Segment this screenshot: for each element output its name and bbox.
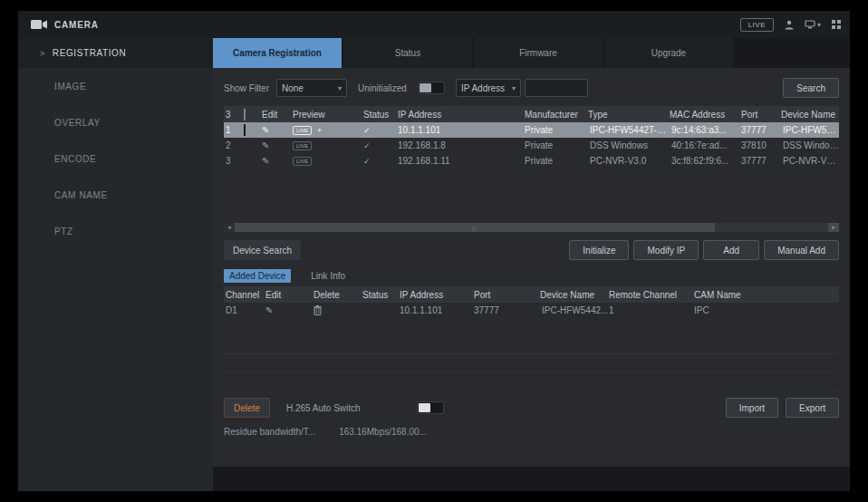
sidebar-item-label: OVERLAY [54, 118, 101, 128]
sidebar-item-label: IMAGE [54, 82, 86, 92]
app-window: CAMERA LIVE ▾ > REGISTRATION IMAGE OVERL… [18, 11, 850, 491]
cell-type: PC-NVR-V3.0 [588, 156, 670, 166]
cell-port: 37777 [474, 305, 540, 315]
device-table-header: 3 Edit Preview Status IP Address Manufac… [224, 106, 839, 122]
sidebar: > REGISTRATION IMAGE OVERLAY ENCODE CAM … [18, 38, 213, 491]
col-type: Type [588, 110, 670, 120]
status-check-icon: ✓ [363, 126, 398, 135]
add-button[interactable]: Add [703, 240, 759, 260]
tab-upgrade[interactable]: Upgrade [604, 38, 735, 68]
sidebar-item-encode[interactable]: ENCODE [18, 140, 213, 177]
sidebar-item-ptz[interactable]: PTZ [18, 213, 213, 249]
show-filter-label: Show Filter [224, 83, 269, 93]
filter-dropdown[interactable]: None ▾ [276, 79, 347, 97]
uninitialized-toggle[interactable] [418, 82, 445, 94]
live-preview-chip[interactable]: LIVE [293, 126, 312, 135]
cell-mac: 9c:14:63:a3... [670, 125, 741, 135]
scroll-right-arrow[interactable]: ▸ [828, 223, 839, 232]
live-preview-chip[interactable]: LIVE [293, 157, 312, 166]
cell-device-name: IPC-HFW5442... [540, 305, 609, 315]
col-port: Port [741, 110, 781, 120]
edit-icon[interactable]: ✎ [265, 305, 313, 315]
import-button[interactable]: Import [726, 398, 778, 418]
col-edit: Edit [265, 290, 313, 300]
modify-ip-button[interactable]: Modify IP [633, 240, 699, 260]
caret-down-icon: ▾ [338, 84, 342, 92]
export-button[interactable]: Export [786, 398, 839, 418]
cell-type: IPC-HFW5442T-ASE [588, 125, 670, 135]
sidebar-item-cam-name[interactable]: CAM NAME [18, 177, 213, 213]
edit-icon[interactable]: ✎ [262, 125, 293, 135]
tab-status[interactable]: Status [343, 38, 474, 68]
tab-added-device[interactable]: Added Device [224, 269, 291, 283]
initialize-button[interactable]: Initialize [569, 240, 629, 260]
status-check-icon: ✓ [363, 141, 398, 150]
table-empty-area [224, 169, 839, 221]
scroll-left-arrow[interactable]: ◂ [224, 223, 235, 232]
tab-bar: Camera Registration Status Firmware Upgr… [213, 38, 850, 68]
col-status: Status [362, 290, 400, 300]
sidebar-item-label: REGISTRATION [53, 48, 126, 58]
col-cam-name: CAM Name [694, 290, 839, 300]
delete-button[interactable]: Delete [224, 398, 270, 418]
plus-icon: + [317, 126, 322, 135]
grid-icon[interactable] [832, 20, 841, 29]
table-row[interactable]: 2 ✎ LIVE ✓ 192.168.1.8 Private DSS Windo… [224, 138, 839, 153]
row-checkbox[interactable] [244, 124, 246, 136]
device-table: 3 Edit Preview Status IP Address Manufac… [224, 106, 839, 221]
col-edit: Edit [262, 110, 293, 120]
device-search-button[interactable]: Device Search [224, 240, 301, 260]
cell-mac: 40:16:7e:ad... [670, 140, 741, 150]
tab-link-info[interactable]: Link Info [305, 269, 351, 283]
scrollbar-thumb[interactable]: || [235, 223, 715, 232]
chevron-right-icon: > [40, 49, 45, 58]
search-type-dropdown[interactable]: IP Address ▾ [456, 79, 521, 97]
col-delete: Delete [313, 290, 362, 300]
select-all-checkbox[interactable] [244, 109, 246, 121]
uninitialized-label: Uninitialized [358, 83, 407, 93]
cell-channel: D1 [224, 305, 265, 315]
table-row[interactable]: 3 ✎ LIVE ✓ 192.168.1.11 Private PC-NVR-V… [224, 153, 839, 169]
search-button[interactable]: Search [783, 78, 839, 98]
live-button[interactable]: LIVE [740, 18, 774, 32]
delete-icon[interactable] [313, 305, 362, 315]
table-row[interactable]: D1 ✎ 10.1.1.101 37777 IPC-HFW5442... 1 I… [224, 303, 839, 318]
col-ip: IP Address [398, 110, 525, 120]
edit-icon[interactable]: ✎ [262, 156, 293, 166]
bandwidth-label: Residue bandwidth/T... [224, 427, 315, 437]
camera-icon [31, 19, 47, 30]
edit-icon[interactable]: ✎ [262, 140, 293, 150]
cell-port: 37810 [741, 140, 781, 150]
sidebar-item-label: PTZ [54, 227, 73, 237]
network-icon[interactable]: ▾ [805, 20, 821, 29]
tab-camera-registration[interactable]: Camera Registration [213, 38, 343, 68]
cell-device-name: IPC-HFW5442T-AS [781, 125, 839, 135]
ip-search-input[interactable] [525, 79, 588, 97]
filter-dropdown-value: None [282, 83, 304, 93]
scrollbar-grip: || [472, 225, 477, 231]
horizontal-scrollbar[interactable]: ◂ || ▸ [224, 223, 839, 232]
cell-type: DSS Windows [588, 140, 670, 150]
manual-add-button[interactable]: Manual Add [764, 240, 839, 260]
added-table-header: Channel Edit Delete Status IP Address Po… [224, 286, 839, 303]
empty-row [224, 354, 839, 372]
caret-down-icon: ▾ [817, 21, 821, 29]
empty-row [224, 372, 839, 391]
h265-auto-switch-toggle[interactable] [417, 401, 444, 414]
col-preview: Preview [293, 110, 363, 120]
user-icon[interactable] [785, 20, 794, 30]
cell-manufacturer: Private [525, 156, 588, 166]
live-preview-chip[interactable]: LIVE [293, 141, 312, 150]
col-channel: Channel [224, 290, 265, 300]
sidebar-item-image[interactable]: IMAGE [18, 68, 213, 104]
device-count: 3 [224, 110, 244, 120]
cell-ip: 192.168.1.11 [398, 156, 525, 166]
caret-down-icon: ▾ [512, 84, 516, 92]
table-row[interactable]: 1 ✎ LIVE+ ✓ 10.1.1.101 Private IPC-HFW54… [224, 122, 839, 138]
tab-firmware[interactable]: Firmware [474, 38, 604, 68]
empty-row [224, 336, 839, 354]
col-status: Status [363, 110, 398, 120]
toggle-knob [419, 403, 430, 412]
sidebar-item-overlay[interactable]: OVERLAY [18, 104, 213, 140]
sidebar-item-registration[interactable]: > REGISTRATION [18, 38, 213, 68]
